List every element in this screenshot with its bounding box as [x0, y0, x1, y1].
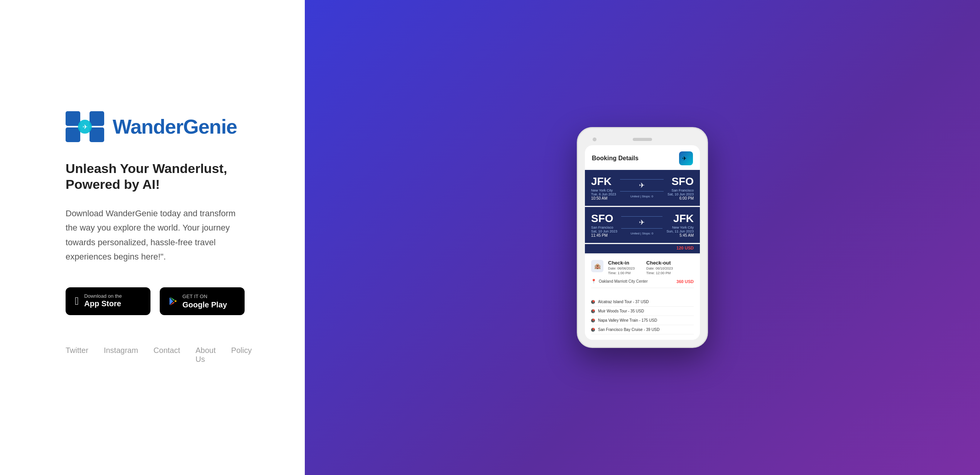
flight1-from: JFK New York City Tue, 6 Jun 2023 10:50 …	[591, 175, 616, 200]
google-play-big-text: Google Play	[182, 300, 227, 309]
phone-mockup: Booking Details ✈ JFK New York City Tue,…	[577, 127, 708, 348]
logo-area: ✈ WanderGenie	[66, 111, 239, 142]
phone-camera	[593, 137, 596, 141]
checkin-checkout: Check-in Date: 06/06/2023 Time: 1:00 PM …	[608, 260, 673, 275]
flight2-to-code: JFK	[666, 212, 694, 225]
app-store-big-text: App Store	[84, 299, 122, 309]
activity-text-2: Muir Woods Tour - 35 USD	[598, 309, 644, 313]
footer-link-contact[interactable]: Contact	[154, 346, 180, 364]
flight1-from-code: JFK	[591, 175, 616, 188]
flight1-to-time: 6:00 PM	[667, 196, 694, 200]
flight1-middle: ✈ United | Stops: 0	[616, 178, 667, 198]
hotel-price: 360 USD	[676, 279, 694, 284]
activity-dot-4: 📍	[591, 328, 595, 332]
flight2-to-time: 5:45 AM	[666, 233, 694, 238]
screen-header: Booking Details ✈	[585, 145, 700, 170]
checkout-date: Date: 06/10/2023	[646, 266, 673, 270]
footer-links: Twitter Instagram Contact About Us Polic…	[66, 346, 239, 364]
flight2-to-city: New York City	[666, 226, 694, 229]
svg-rect-2	[66, 127, 80, 142]
footer-link-twitter[interactable]: Twitter	[66, 346, 88, 364]
hotel-checkin-row: 🏨 Check-in Date: 06/06/2023 Time: 1:00 P…	[591, 260, 694, 275]
app-icon-small: ✈	[679, 151, 693, 165]
flight2-to-date: Sun, 11 Jun 2023	[666, 229, 694, 233]
svg-text:✈: ✈	[83, 124, 88, 130]
activity-item-3: 📍 Napa Valley Wine Train - 175 USD	[591, 316, 694, 325]
tagline: Unleash Your Wanderlust, Powered by AI!	[66, 161, 239, 192]
google-play-icon	[169, 296, 177, 307]
flight1-from-city: New York City	[591, 188, 616, 192]
app-store-small-text: Download on the	[84, 293, 122, 299]
flight2-from-date: Sat, 10 Jun 2023	[591, 229, 617, 233]
activity-item-4: 📍 San Francisco Bay Cruise - 39 USD	[591, 325, 694, 334]
activities-section: 📍 Alcatraz Island Tour - 37 USD 📍 Muir W…	[585, 297, 700, 340]
flight1-to-date: Sat, 10 Jun 2023	[667, 192, 694, 196]
hotel-location-row: 📍 Oakland Marriott City Center 360 USD	[591, 279, 694, 284]
phone-speaker	[633, 138, 652, 141]
svg-text:✈: ✈	[682, 155, 687, 161]
flight2-from-city: San Francisco	[591, 226, 617, 229]
apple-icon: 	[75, 296, 79, 307]
google-play-button[interactable]: GET IT ON Google Play	[160, 287, 245, 315]
footer-link-about[interactable]: About Us	[196, 346, 216, 364]
flight2-middle: ✈ United | Stops: 0	[617, 215, 666, 235]
hotel-name: Oakland Marriott City Center	[599, 279, 674, 283]
checkin-block: Check-in Date: 06/06/2023 Time: 1:00 PM	[608, 260, 635, 275]
checkout-time: Time: 12:00 PM	[646, 271, 673, 275]
activity-item-2: 📍 Muir Woods Tour - 35 USD	[591, 307, 694, 316]
activity-text-1: Alcatraz Island Tour - 37 USD	[598, 300, 649, 304]
flight1-to-code: SFO	[667, 175, 694, 188]
flight2-from-code: SFO	[591, 212, 617, 225]
footer-link-policy[interactable]: Policy	[231, 346, 252, 364]
right-panel: Booking Details ✈ JFK New York City Tue,…	[305, 0, 980, 475]
app-store-button[interactable]:  Download on the App Store	[66, 287, 150, 315]
hotel-icon: 🏨	[591, 260, 603, 272]
checkout-label: Check-out	[646, 260, 673, 266]
plane-icon-1: ✈	[639, 181, 645, 190]
svg-rect-1	[90, 111, 104, 126]
flight1-airline: United | Stops: 0	[630, 195, 653, 198]
svg-rect-3	[90, 127, 104, 142]
store-buttons:  Download on the App Store GET IT ON Go…	[66, 287, 239, 315]
svg-rect-0	[66, 111, 80, 126]
logo-icon: ✈	[66, 111, 104, 142]
description: Download WanderGenie today and transform…	[66, 206, 239, 264]
footer-link-instagram[interactable]: Instagram	[104, 346, 138, 364]
divider-line	[591, 288, 694, 288]
flight-card-1: JFK New York City Tue, 6 Jun 2023 10:50 …	[585, 170, 700, 206]
google-play-small-text: GET IT ON	[182, 293, 208, 299]
flight2-to: JFK New York City Sun, 11 Jun 2023 5:45 …	[666, 212, 694, 238]
plane-icon-2: ✈	[639, 218, 645, 227]
flight2-from-time: 11:45 PM	[591, 233, 617, 238]
phone-screen: Booking Details ✈ JFK New York City Tue,…	[585, 145, 700, 340]
app-store-text: Download on the App Store	[84, 293, 122, 309]
activity-item-1: 📍 Alcatraz Island Tour - 37 USD	[591, 297, 694, 307]
checkout-block: Check-out Date: 06/10/2023 Time: 12:00 P…	[646, 260, 673, 275]
left-panel: ✈ WanderGenie Unleash Your Wanderlust, P…	[0, 0, 305, 475]
flight-card-2: SFO San Francisco Sat, 10 Jun 2023 11:45…	[585, 207, 700, 243]
flight1-to-city: San Francisco	[667, 188, 694, 192]
location-pin-icon: 📍	[591, 279, 596, 284]
flight1-from-time: 10:50 AM	[591, 196, 616, 200]
checkin-date: Date: 06/06/2023	[608, 266, 635, 270]
logo-text: WanderGenie	[113, 115, 237, 138]
flight2-from: SFO San Francisco Sat, 10 Jun 2023 11:45…	[591, 212, 617, 238]
activity-dot-2: 📍	[591, 309, 595, 313]
phone-notch	[585, 135, 700, 145]
screen-title: Booking Details	[592, 155, 639, 162]
activity-text-4: San Francisco Bay Cruise - 39 USD	[598, 327, 660, 332]
activity-text-3: Napa Valley Wine Train - 175 USD	[598, 318, 657, 322]
activity-dot-3: 📍	[591, 319, 595, 322]
google-play-text: GET IT ON Google Play	[182, 293, 235, 310]
hotel-section: 🏨 Check-in Date: 06/06/2023 Time: 1:00 P…	[585, 254, 700, 297]
flight1-to: SFO San Francisco Sat, 10 Jun 2023 6:00 …	[667, 175, 694, 200]
flight2-price: 120 USD	[585, 244, 700, 253]
activity-dot-1: 📍	[591, 300, 595, 304]
flight1-from-date: Tue, 6 Jun 2023	[591, 192, 616, 196]
checkin-time: Time: 1:00 PM	[608, 271, 635, 275]
flight2-airline: United | Stops: 0	[630, 232, 653, 235]
checkin-label: Check-in	[608, 260, 635, 266]
